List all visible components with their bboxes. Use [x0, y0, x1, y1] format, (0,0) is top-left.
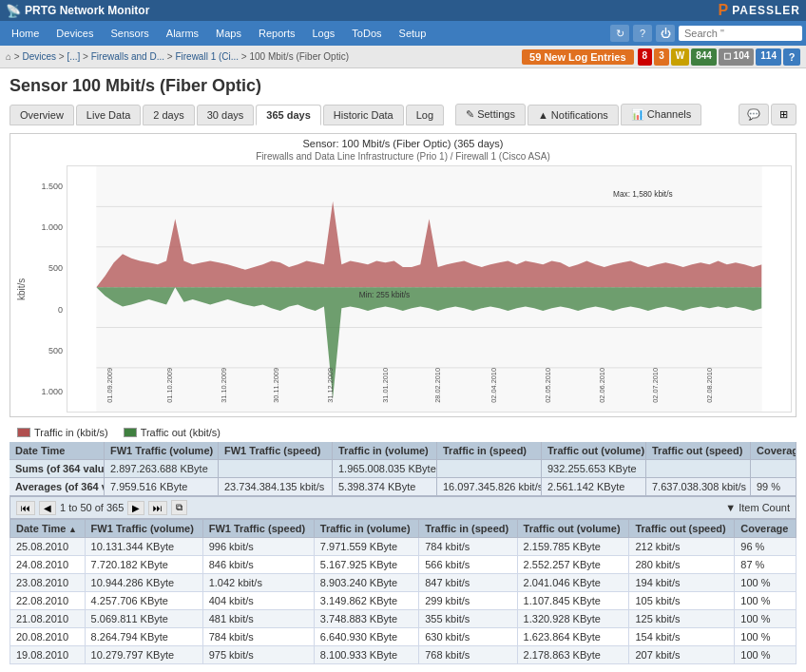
- cell-6-6: 207 kbit/s: [629, 646, 735, 664]
- svg-text:02.06.2010: 02.06.2010: [598, 368, 606, 403]
- sensor-name: 100 Mbit/s (Fiber Optic): [72, 76, 261, 95]
- avg-coverage: 99 %: [751, 478, 796, 495]
- nav-sensors[interactable]: Sensors: [103, 26, 156, 41]
- nav-alarms[interactable]: Alarms: [159, 26, 206, 41]
- table-row: 25.08.201010.131.344 KByte996 kbit/s7.97…: [10, 538, 796, 556]
- help-icon[interactable]: ?: [783, 48, 800, 66]
- svg-text:31.10.2009: 31.10.2009: [220, 368, 228, 403]
- th-outspeed[interactable]: Traffic out (speed): [629, 520, 735, 538]
- cell-1-3: 5.167.925 KByte: [314, 556, 418, 574]
- tab-historic[interactable]: Historic Data: [323, 105, 404, 125]
- app-logo: 📡 PRTG Network Monitor: [6, 4, 149, 18]
- nav-maps[interactable]: Maps: [208, 26, 249, 41]
- cell-1-7: 87 %: [735, 556, 796, 574]
- table-row: 24.08.20107.720.182 KByte846 kbit/s5.167…: [10, 556, 796, 574]
- tab-log[interactable]: Log: [406, 105, 444, 125]
- nav-todos[interactable]: ToDos: [344, 26, 389, 41]
- cell-6-3: 8.100.933 KByte: [314, 646, 418, 664]
- col-fw1speed: FW1 Traffic (speed): [219, 442, 333, 459]
- table-row: 21.08.20105.069.811 KByte481 kbit/s3.748…: [10, 610, 796, 628]
- th-invol[interactable]: Traffic in (volume): [314, 520, 418, 538]
- th-fw1vol[interactable]: FW1 Traffic (volume): [85, 520, 202, 538]
- badge-orange[interactable]: 3: [654, 48, 669, 66]
- vendor-name: PAESSLER: [732, 4, 800, 17]
- badge-ok[interactable]: 844: [691, 48, 717, 66]
- cell-2-0: 23.08.2010: [10, 574, 86, 592]
- alert-badges: 8 3 W 844 ◻ 104 114 ?: [638, 48, 800, 66]
- cell-3-0: 22.08.2010: [10, 592, 86, 610]
- cell-4-7: 100 %: [735, 610, 796, 628]
- tab-livedata[interactable]: Live Data: [76, 105, 141, 125]
- cell-4-2: 481 kbit/s: [202, 610, 314, 628]
- tab-overview[interactable]: Overview: [10, 105, 74, 125]
- tab-365days[interactable]: 365 days: [256, 105, 320, 125]
- cell-5-1: 8.264.794 KByte: [85, 628, 202, 646]
- title-bar: 📡 PRTG Network Monitor P PAESSLER: [0, 0, 806, 21]
- tab-2days[interactable]: 2 days: [143, 105, 194, 125]
- breadcrumb-firewalls[interactable]: Firewalls and D...: [91, 51, 164, 62]
- cell-5-7: 100 %: [735, 628, 796, 646]
- page-last-button[interactable]: ⏭: [148, 501, 167, 515]
- cell-2-3: 8.903.240 KByte: [314, 574, 418, 592]
- nav-icons: ↻ ? ⏻: [610, 25, 802, 42]
- nav-reports[interactable]: Reports: [251, 26, 303, 41]
- nav-setup[interactable]: Setup: [392, 26, 434, 41]
- summary-averages-row: Averages (of 364 values) 7.959.516 KByte…: [10, 478, 796, 496]
- breadcrumb-devices[interactable]: Devices: [22, 51, 56, 62]
- cell-0-0: 25.08.2010: [10, 538, 86, 556]
- th-datetime[interactable]: Date Time: [10, 520, 86, 538]
- averages-label: Averages (of 364 values): [10, 478, 105, 495]
- cell-4-4: 355 kbit/s: [419, 610, 517, 628]
- th-fw1speed[interactable]: FW1 Traffic (speed): [202, 520, 314, 538]
- table-row: 22.08.20104.257.706 KByte404 kbit/s3.149…: [10, 592, 796, 610]
- th-outvol[interactable]: Traffic out (volume): [517, 520, 629, 538]
- breadcrumb-current: 100 Mbit/s (Fiber Optic): [250, 51, 349, 62]
- cell-5-6: 154 kbit/s: [629, 628, 735, 646]
- search-input[interactable]: [679, 26, 802, 41]
- chart-title: Sensor: 100 Mbit/s (Fiber Optic) (365 da…: [14, 138, 792, 149]
- cell-0-3: 7.971.559 KByte: [314, 538, 418, 556]
- sums-outvol: 932.255.653 KByte: [542, 460, 646, 477]
- item-count-label[interactable]: ▼ Item Count: [725, 502, 790, 513]
- chart-container: Sensor: 100 Mbit/s (Fiber Optic) (365 da…: [10, 133, 796, 417]
- sums-label: Sums (of 364 values): [10, 460, 105, 477]
- nav-home[interactable]: Home: [4, 26, 47, 41]
- cell-2-5: 2.041.046 KByte: [517, 574, 629, 592]
- cell-0-4: 784 kbit/s: [419, 538, 517, 556]
- tab-settings[interactable]: ✎ Settings: [455, 104, 526, 125]
- cell-4-6: 125 kbit/s: [629, 610, 735, 628]
- badge-warnings[interactable]: W: [671, 48, 689, 66]
- tab-30days[interactable]: 30 days: [197, 105, 255, 125]
- nav-devices[interactable]: Devices: [48, 26, 101, 41]
- page-next-button[interactable]: ▶: [127, 501, 144, 515]
- cell-1-0: 24.08.2010: [10, 556, 86, 574]
- tab-notifications[interactable]: ▲ Notifications: [528, 105, 619, 125]
- layout-button[interactable]: ⊞: [771, 104, 796, 125]
- tab-channels[interactable]: 📊 Channels: [621, 104, 702, 125]
- summary-header-row: Date Time FW1 Traffic (volume) FW1 Traff…: [10, 442, 796, 460]
- page-icon-button[interactable]: ⧉: [171, 500, 187, 515]
- chart-subtitle: Firewalls and Data Line Infrastructure (…: [14, 151, 792, 162]
- nav-icon-power[interactable]: ⏻: [656, 25, 675, 42]
- th-inspeed[interactable]: Traffic in (speed): [419, 520, 517, 538]
- badge-errors[interactable]: 8: [638, 48, 653, 66]
- sums-fw1vol: 2.897.263.688 KByte: [105, 460, 219, 477]
- table-row: 23.08.201010.944.286 KByte1.042 kbit/s8.…: [10, 574, 796, 592]
- page-first-button[interactable]: ⏮: [16, 501, 35, 515]
- breadcrumb-firewall1[interactable]: Firewall 1 (Ci...: [175, 51, 239, 62]
- th-coverage[interactable]: Coverage: [735, 520, 796, 538]
- badge-unknown[interactable]: 114: [756, 48, 781, 66]
- avg-fw1speed: 23.734.384.135 kbit/s: [219, 478, 333, 495]
- comment-button[interactable]: 💬: [739, 104, 769, 125]
- nav-icon-refresh[interactable]: ↻: [610, 25, 629, 42]
- badge-paused[interactable]: ◻ 104: [719, 48, 754, 66]
- nav-icon-help[interactable]: ?: [633, 25, 652, 42]
- cell-0-5: 2.159.785 KByte: [517, 538, 629, 556]
- nav-logs[interactable]: Logs: [305, 26, 343, 41]
- cell-1-1: 7.720.182 KByte: [85, 556, 202, 574]
- legend-traffic-in: Traffic in (kbit/s): [17, 427, 108, 438]
- page-prev-button[interactable]: ◀: [39, 501, 56, 515]
- breadcrumb-dots[interactable]: [...]: [67, 51, 80, 62]
- new-log-button[interactable]: 59 New Log Entries: [522, 49, 633, 65]
- cell-5-3: 6.640.930 KByte: [314, 628, 418, 646]
